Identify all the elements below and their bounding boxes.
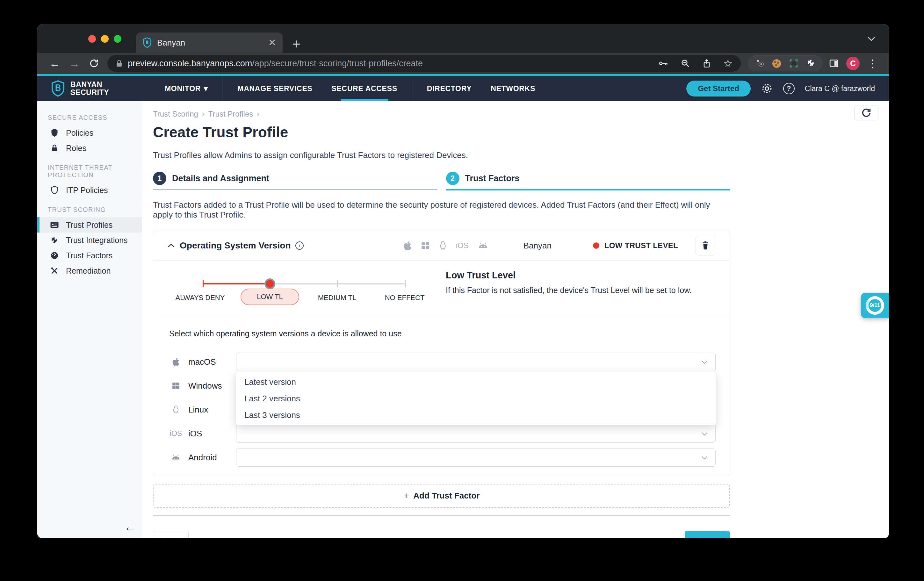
account-label[interactable]: Clara C @ farazworld — [805, 84, 875, 93]
sidebar: SECURE ACCESS Policies Roles INTERNET TH… — [37, 101, 142, 538]
brand-top: BANYAN — [71, 81, 109, 89]
sidebar-item-roles[interactable]: Roles — [37, 140, 142, 156]
sidebar-item-trust-integrations[interactable]: Trust Integrations — [37, 232, 142, 248]
sidebar-item-itp-policies[interactable]: ITP Policies — [37, 183, 142, 198]
android-icon — [478, 242, 488, 249]
bookmark-star-icon[interactable]: ☆ — [723, 58, 733, 69]
window-controls — [88, 35, 121, 43]
collapse-chevron-icon[interactable] — [168, 244, 175, 248]
os-label: iOS — [188, 424, 202, 443]
progress-donut-icon: 9/11 — [866, 296, 884, 315]
banyan-favicon-icon — [142, 37, 152, 48]
id-card-icon — [50, 221, 59, 229]
slider-stop-always-deny[interactable]: ALWAYS DENY — [165, 294, 235, 302]
nav-directory[interactable]: DIRECTORY — [417, 76, 481, 101]
passwords-key-icon[interactable] — [658, 59, 668, 68]
plus-icon: + — [403, 490, 409, 501]
side-panel-icon[interactable] — [826, 59, 842, 68]
nav-monitor[interactable]: MONITOR▾ — [155, 76, 217, 101]
sidebar-item-remediation[interactable]: Remediation — [37, 263, 142, 278]
brand-bottom: SECURITY — [71, 89, 109, 97]
windows-icon — [421, 241, 430, 250]
chevron-down-icon — [701, 432, 708, 436]
nav-manage-services[interactable]: MANAGE SERVICES — [228, 76, 322, 101]
share-icon[interactable] — [702, 59, 711, 68]
banyan-logo[interactable]: BANYANSECURITY — [51, 80, 133, 97]
delete-factor-button[interactable] — [696, 236, 715, 255]
os-row-macos: macOS — [153, 352, 729, 371]
dropdown-option-last-3-versions[interactable]: Last 3 versions — [236, 407, 716, 423]
zoom-out-icon[interactable] — [681, 59, 690, 68]
step-number: 1 — [153, 172, 166, 185]
sidebar-item-trust-factors[interactable]: Trust Factors — [37, 248, 142, 263]
breadcrumb-trust-profiles[interactable]: Trust Profiles — [208, 110, 253, 119]
refresh-icon — [861, 107, 872, 118]
sidebar-item-policies[interactable]: Policies — [37, 125, 142, 140]
shield-icon — [50, 128, 59, 137]
browser-menu-icon[interactable]: ⋮ — [864, 58, 881, 69]
back-button[interactable]: Back — [153, 531, 189, 538]
url-host: preview.console.banyanops.com — [128, 59, 252, 68]
tab-search-chevron-icon[interactable] — [867, 36, 876, 41]
nav-secure-access[interactable]: SECURE ACCESS — [322, 76, 407, 101]
slider-tick — [337, 280, 338, 287]
macos-version-select[interactable] — [236, 352, 716, 371]
linux-icon — [169, 400, 183, 419]
extensions-cluster — [748, 56, 823, 71]
tools-icon — [50, 267, 59, 275]
slider-thumb[interactable] — [264, 278, 275, 289]
effect-explanation: Low Trust Level If this Factor is not sa… — [446, 270, 692, 295]
factor-title: Operating System Version — [180, 240, 291, 251]
android-version-select[interactable] — [236, 448, 716, 467]
screen-recorder-extension-icon[interactable] — [755, 59, 764, 68]
get-started-button[interactable]: Get Started — [686, 81, 750, 97]
add-trust-factor-button[interactable]: + Add Trust Factor — [153, 484, 730, 508]
step-trust-factors[interactable]: 2 Trust Factors — [446, 172, 730, 191]
main-content: Trust Scoring › Trust Profiles › Create … — [142, 101, 889, 538]
create-button[interactable]: Create — [685, 531, 730, 538]
browser-tab[interactable]: Banyan ✕ — [136, 33, 283, 53]
screenshot-extension-icon[interactable] — [789, 59, 798, 68]
os-version-select-area: Select which operating system versions a… — [153, 316, 729, 476]
minimize-window-icon[interactable] — [101, 35, 109, 43]
profile-avatar[interactable]: C — [846, 57, 860, 70]
dropdown-option-latest-version[interactable]: Latest version — [236, 374, 716, 390]
page-subtitle: Trust Profiles allow Admins to assign co… — [153, 150, 730, 160]
settings-gear-icon[interactable] — [761, 82, 773, 95]
puzzle-extensions-icon[interactable] — [807, 59, 815, 68]
slider-filled-track — [203, 283, 270, 285]
slider-stop-no-effect[interactable]: NO EFFECT — [370, 294, 440, 302]
slider-stop-low-tl[interactable]: LOW TL — [241, 289, 299, 305]
sidebar-section-itp: INTERNET THREAT PROTECTION — [48, 164, 142, 179]
effect-slider-section: ALWAYS DENY LOW TL MEDIUM TL NO EFFECT L… — [153, 260, 729, 316]
os-label: macOS — [188, 352, 216, 371]
reload-icon[interactable] — [84, 58, 104, 69]
ios-icon: iOS — [169, 424, 183, 443]
ios-version-select[interactable] — [236, 424, 716, 443]
close-window-icon[interactable] — [88, 35, 96, 43]
nav-networks[interactable]: NETWORKS — [481, 76, 545, 101]
chevron-down-icon — [701, 360, 708, 364]
step-details-and-assignment[interactable]: 1 Details and Assignment — [153, 172, 437, 191]
back-icon[interactable]: ← — [45, 58, 65, 70]
refresh-button[interactable] — [854, 105, 878, 120]
new-tab-button[interactable]: + — [292, 37, 300, 51]
close-tab-icon[interactable]: ✕ — [268, 38, 276, 48]
cookie-extension-icon[interactable] — [772, 59, 781, 68]
breadcrumb-trust-scoring[interactable]: Trust Scoring — [153, 110, 198, 119]
info-icon[interactable]: i — [295, 242, 304, 250]
slider-tick — [405, 280, 406, 287]
lock-icon — [50, 144, 59, 152]
sidebar-collapse-icon[interactable]: ← — [124, 520, 136, 534]
zoom-window-icon[interactable] — [114, 35, 121, 43]
onboarding-progress-badge[interactable]: 9/11 — [861, 293, 889, 318]
forward-icon[interactable]: → — [65, 58, 84, 70]
sidebar-item-trust-profiles[interactable]: Trust Profiles — [37, 217, 142, 232]
effect-dot-icon — [593, 242, 599, 249]
help-icon[interactable]: ? — [783, 83, 795, 94]
slider-stop-medium-tl[interactable]: MEDIUM TL — [302, 294, 372, 302]
trust-factor-card: Operating System Version i iOS Banyan LO… — [153, 230, 730, 476]
dropdown-option-last-2-versions[interactable]: Last 2 versions — [236, 390, 716, 407]
address-bar[interactable]: preview.console.banyanops.com/app/secure… — [107, 55, 741, 72]
factor-vendor: Banyan — [523, 241, 551, 251]
